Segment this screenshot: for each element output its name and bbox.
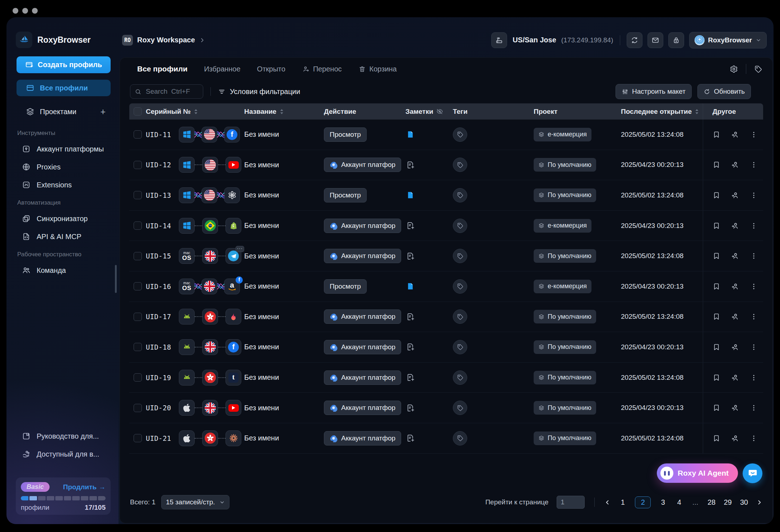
sort-icon[interactable] [280,109,284,115]
account-platform-button[interactable]: Аккаунт платфор [324,219,401,233]
note-add-icon[interactable] [405,252,415,261]
share-profile-icon[interactable] [731,374,739,382]
view-button[interactable]: Просмотр [324,279,367,294]
kebab-menu-icon[interactable] [750,313,758,321]
row-checkbox[interactable] [134,221,142,230]
project-chip[interactable]: По умолчанию [534,310,596,323]
traffic-light-zoom[interactable] [32,8,38,14]
add-tag-button[interactable] [453,127,467,142]
project-chip[interactable]: е-коммерция [534,128,591,141]
kebab-menu-icon[interactable] [750,434,758,442]
add-tag-button[interactable] [453,279,467,294]
bookmark-icon[interactable] [712,313,720,321]
kebab-menu-icon[interactable] [750,161,758,169]
account-platform-button[interactable]: Аккаунт платфор [324,309,401,324]
note-filled-icon[interactable] [405,281,415,291]
prev-page-button[interactable] [604,499,610,505]
tab-4[interactable]: Корзина [358,65,397,73]
account-platform-button[interactable]: Аккаунт платфор [324,370,401,385]
renew-link[interactable]: Продлить→ [63,483,106,491]
row-checkbox[interactable] [134,404,142,412]
project-chip[interactable]: По умолчанию [534,188,596,202]
account-platform-button[interactable]: Аккаунт платфор [324,431,401,445]
page-button-29[interactable]: 29 [724,498,732,507]
sidebar-item-1-1[interactable]: API & AI MCP [17,228,111,246]
filter-conditions-button[interactable]: Условия фильтрации [218,88,300,96]
row-checkbox[interactable] [134,343,142,351]
select-all-checkbox[interactable] [134,107,142,116]
add-project-button[interactable]: + [100,107,106,117]
traffic-light-minimize[interactable] [22,8,28,14]
note-add-icon[interactable] [405,403,415,412]
kebab-menu-icon[interactable] [750,404,758,412]
search-input[interactable] [145,87,197,96]
bookmark-icon[interactable] [712,191,720,199]
create-profile-button[interactable]: Создать профиль [17,56,111,73]
sidebar-footer-link-0[interactable]: Руководство для... [17,427,111,445]
layout-settings-button[interactable]: Настроить макет [616,84,692,99]
support-chat-button[interactable] [743,463,762,483]
share-profile-icon[interactable] [731,343,739,351]
lock-button[interactable] [668,32,684,48]
share-profile-icon[interactable] [731,434,739,442]
sidebar-item-0-0[interactable]: Аккаунт платформы [17,140,111,158]
sidebar-item-all-profiles[interactable]: Все профили [17,80,111,96]
share-profile-icon[interactable] [731,404,739,412]
page-button-30[interactable]: 30 [740,498,748,507]
kebab-menu-icon[interactable] [750,283,758,290]
project-chip[interactable]: По умолчанию [534,158,596,172]
view-button[interactable]: Просмотр [324,127,367,142]
note-add-icon[interactable] [405,221,415,230]
share-profile-icon[interactable] [731,283,739,290]
panel-settings-gear-icon[interactable] [730,65,738,73]
bookmark-icon[interactable] [712,131,720,139]
add-tag-button[interactable] [453,219,467,233]
project-chip[interactable]: По умолчанию [534,340,596,354]
kebab-menu-icon[interactable] [750,374,758,382]
roxy-ai-agent-button[interactable]: Roxy AI Agent [657,463,738,483]
project-chip[interactable]: По умолчанию [534,249,596,263]
sync-button[interactable] [627,32,642,48]
account-menu[interactable]: RoxyBrowser [689,32,767,48]
tab-1[interactable]: Избранное [204,65,240,73]
per-page-select[interactable]: 15 записей/стр. [161,495,229,509]
bookmark-icon[interactable] [712,161,720,169]
tags-manage-icon[interactable] [754,65,762,73]
project-chip[interactable]: По умолчанию [534,431,596,445]
note-filled-icon[interactable] [405,190,415,200]
sidebar-item-0-2[interactable]: Extensions [17,176,111,194]
account-platform-button[interactable]: Аккаунт платфор [324,158,401,172]
share-profile-icon[interactable] [731,313,739,321]
page-button-2[interactable]: 2 [635,496,651,508]
note-add-icon[interactable] [405,434,415,443]
add-tag-button[interactable] [453,188,467,202]
sidebar-scrollbar[interactable] [115,265,117,293]
project-chip[interactable]: По умолчанию [534,371,596,384]
add-tag-button[interactable] [453,340,467,354]
kebab-menu-icon[interactable] [750,343,758,351]
sidebar-item-2-0[interactable]: Команда [17,261,111,279]
workspace-switcher[interactable]: RO Roxy Workspace [122,35,205,46]
page-button-1[interactable]: 1 [619,498,627,507]
page-button-3[interactable]: 3 [659,498,667,507]
bookmark-icon[interactable] [712,252,720,260]
note-add-icon[interactable] [405,373,415,382]
sidebar-item-0-1[interactable]: Proxies [17,158,111,176]
search-box[interactable] [130,84,203,99]
bookmark-icon[interactable] [712,283,720,290]
row-checkbox[interactable] [134,282,142,290]
page-button-28[interactable]: 28 [707,498,715,507]
kebab-menu-icon[interactable] [750,131,758,139]
proxy-router-button[interactable] [491,32,507,48]
note-add-icon[interactable] [405,312,415,321]
add-tag-button[interactable] [453,249,467,263]
bookmark-icon[interactable] [712,343,720,351]
tab-3[interactable]: Перенос [302,65,342,73]
row-checkbox[interactable] [134,161,142,169]
add-tag-button[interactable] [453,401,467,415]
note-filled-icon[interactable] [405,130,415,139]
goto-page-input[interactable] [557,496,585,509]
account-platform-button[interactable]: Аккаунт платфор [324,340,401,354]
sidebar-item-1-0[interactable]: Синхронизатор [17,210,111,228]
row-checkbox[interactable] [134,191,142,199]
